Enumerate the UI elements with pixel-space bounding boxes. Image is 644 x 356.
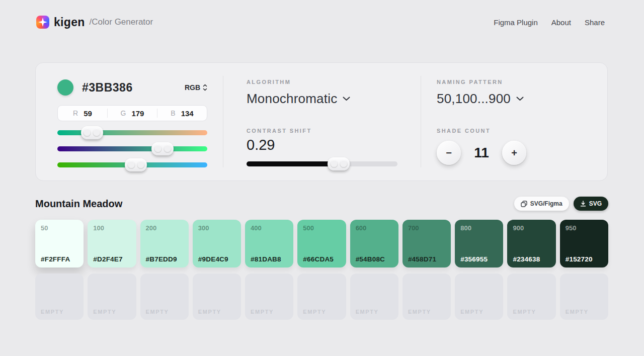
- download-svg-label: SVG: [589, 200, 602, 207]
- shade-label: 900: [513, 224, 524, 232]
- empty-label: EMPTY: [93, 309, 116, 315]
- brand-name: kigen: [54, 16, 85, 29]
- channel-r-input[interactable]: R59: [58, 109, 107, 118]
- shade-200[interactable]: 200#B7EDD9: [140, 220, 189, 268]
- shade-600[interactable]: 600#54B08C: [350, 220, 398, 268]
- shade-count-stepper: − 11 +: [437, 141, 607, 165]
- contrast-slider[interactable]: [247, 157, 397, 170]
- naming-pattern-select[interactable]: 50,100...900: [437, 91, 524, 107]
- shade-hex: #458D71: [408, 255, 436, 263]
- handle-dot: [330, 160, 338, 168]
- channel-value: 179: [131, 109, 144, 118]
- shade-100[interactable]: 100#D2F4E7: [88, 220, 136, 268]
- empty-label: EMPTY: [513, 309, 536, 315]
- shade-label: 800: [460, 224, 471, 232]
- handle-dot: [340, 160, 348, 168]
- shade-300[interactable]: 300#9DE4C9: [193, 220, 241, 268]
- shade-900[interactable]: 900#234638: [507, 220, 555, 268]
- channel-letter: R: [73, 109, 78, 117]
- algorithm-select[interactable]: Monochromatic: [247, 91, 350, 107]
- channel-letter: G: [121, 109, 126, 117]
- empty-label: EMPTY: [146, 309, 169, 315]
- algorithm-value: Monochromatic: [247, 91, 337, 107]
- copy-svg-figma-label: SVG/Figma: [530, 200, 562, 207]
- algorithm-section: ALGORITHM Monochromatic CONTRAST SHIFT 0…: [223, 63, 421, 181]
- palette-section: Mountain Meadow SVG/Figma SVG: [35, 196, 608, 320]
- naming-pattern-label: NAMING PATTERN: [437, 79, 607, 85]
- shade-hex: #54B08C: [356, 255, 385, 263]
- updown-icon: [203, 84, 207, 91]
- empty-slot: EMPTY: [403, 274, 451, 320]
- brand: kigen /Color Generator: [36, 16, 153, 29]
- channel-g-slider: [57, 142, 207, 155]
- empty-slot: EMPTY: [560, 274, 608, 320]
- channel-value: 134: [181, 109, 194, 118]
- picker-header: #3BB386 RGB: [57, 79, 207, 96]
- contrast-value: 0.29: [247, 137, 421, 153]
- palette-name: Mountain Meadow: [35, 198, 122, 210]
- naming-section: NAMING PATTERN 50,100...900 SHADE COUNT …: [421, 63, 607, 181]
- shade-950[interactable]: 950#152720: [560, 220, 608, 268]
- decrease-shade-count-button[interactable]: −: [437, 141, 461, 165]
- algorithm-label: ALGORITHM: [247, 79, 421, 85]
- shade-50[interactable]: 50#F2FFFA: [35, 220, 84, 268]
- channel-b-slider: [57, 158, 207, 171]
- shade-hex: #66CDA5: [303, 255, 334, 263]
- contrast-handle[interactable]: [328, 157, 350, 170]
- empty-label: EMPTY: [356, 309, 379, 315]
- shade-hex: #B7EDD9: [146, 255, 177, 263]
- slider-handle[interactable]: [81, 126, 103, 139]
- nav-link-figma-plugin[interactable]: Figma Plugin: [494, 18, 538, 27]
- shade-800[interactable]: 800#356955: [455, 220, 503, 268]
- shade-500[interactable]: 500#66CDA5: [297, 220, 346, 268]
- current-color-swatch[interactable]: [57, 79, 73, 96]
- shade-label: 600: [356, 224, 367, 232]
- download-svg-button[interactable]: SVG: [574, 197, 608, 211]
- shade-hex: #F2FFFA: [41, 255, 70, 263]
- nav-link-share[interactable]: Share: [585, 18, 605, 27]
- color-mode-label: RGB: [185, 83, 200, 92]
- channel-letter: B: [171, 109, 175, 117]
- shade-count-value: 11: [461, 145, 502, 161]
- empty-slot: EMPTY: [507, 274, 555, 320]
- copy-svg-figma-button[interactable]: SVG/Figma: [514, 197, 569, 211]
- channel-g-input[interactable]: G179: [107, 109, 157, 118]
- shade-hex: #9DE4C9: [198, 255, 228, 263]
- slider-track[interactable]: [57, 146, 207, 151]
- increase-shade-count-button[interactable]: +: [502, 141, 526, 165]
- handle-dot: [137, 161, 145, 169]
- empty-label: EMPTY: [303, 309, 326, 315]
- empty-slot: EMPTY: [140, 274, 189, 320]
- hex-value-input[interactable]: #3BB386: [82, 81, 133, 95]
- palette-actions: SVG/Figma SVG: [514, 197, 608, 211]
- shade-label: 100: [93, 224, 104, 232]
- empty-grid: EMPTYEMPTYEMPTYEMPTYEMPTYEMPTYEMPTYEMPTY…: [35, 274, 608, 320]
- empty-slot: EMPTY: [245, 274, 293, 320]
- palette-header: Mountain Meadow SVG/Figma SVG: [35, 196, 608, 211]
- shade-count-label: SHADE COUNT: [437, 128, 607, 134]
- slider-handle[interactable]: [151, 142, 174, 155]
- naming-pattern-value: 50,100...900: [437, 91, 511, 107]
- handle-dot: [154, 145, 162, 153]
- shade-700[interactable]: 700#458D71: [403, 220, 451, 268]
- handle-dot: [127, 161, 135, 169]
- page-title: /Color Generator: [90, 17, 153, 27]
- handle-dot: [164, 145, 172, 153]
- shade-label: 300: [198, 224, 209, 232]
- empty-label: EMPTY: [566, 309, 589, 315]
- slider-handle[interactable]: [125, 158, 147, 171]
- shade-label: 950: [566, 224, 577, 232]
- nav-link-about[interactable]: About: [551, 18, 571, 27]
- shade-label: 400: [251, 224, 262, 232]
- contrast-fill: [247, 161, 339, 166]
- empty-slot: EMPTY: [350, 274, 398, 320]
- channel-b-input[interactable]: B134: [157, 109, 207, 118]
- empty-slot: EMPTY: [455, 274, 503, 320]
- color-mode-select[interactable]: RGB: [185, 83, 207, 92]
- channel-sliders: [57, 126, 207, 171]
- empty-slot: EMPTY: [88, 274, 136, 320]
- shade-400[interactable]: 400#81DAB8: [245, 220, 293, 268]
- shade-hex: #152720: [566, 255, 593, 263]
- handle-dot: [93, 129, 101, 137]
- slider-track[interactable]: [57, 130, 207, 135]
